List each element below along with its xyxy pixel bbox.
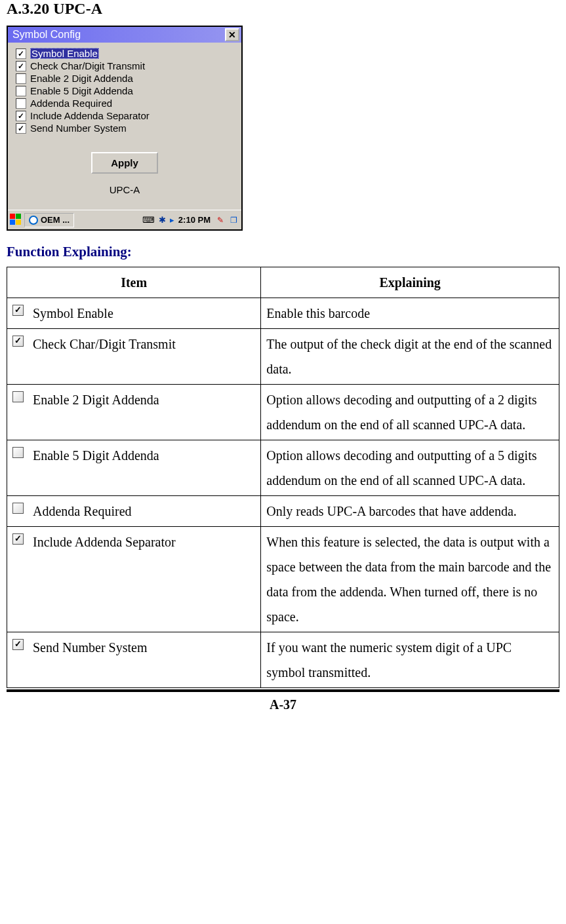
item-label: Send Number System bbox=[33, 635, 147, 660]
checkbox-icon bbox=[12, 503, 24, 514]
option-row[interactable]: Enable 2 Digit Addenda bbox=[16, 73, 233, 84]
item-cell: Enable 5 Digit Addenda bbox=[7, 440, 261, 496]
taskbar-task-button[interactable]: OEM ... bbox=[24, 213, 74, 227]
tray-arrow-icon[interactable]: ▸ bbox=[170, 215, 174, 225]
table-row: ✓Symbol EnableEnable this barcode bbox=[7, 298, 559, 329]
item-label: Check Char/Digit Transmit bbox=[33, 332, 176, 356]
window-body: ✓Symbol Enable✓Check Char/Digit Transmit… bbox=[8, 43, 241, 210]
explain-cell: The output of the check digit at the end… bbox=[261, 329, 559, 385]
symbol-config-window: Symbol Config ✕ ✓Symbol Enable✓Check Cha… bbox=[8, 27, 241, 229]
option-row[interactable]: ✓Check Char/Digit Transmit bbox=[16, 60, 233, 71]
tray-desktop-icon[interactable]: ❐ bbox=[228, 214, 239, 226]
tray-notes-icon[interactable]: ✎ bbox=[214, 214, 226, 226]
checkbox-icon: ✓ bbox=[12, 305, 24, 316]
checkbox-icon[interactable] bbox=[16, 86, 26, 96]
function-explain-table: Item Explaining ✓Symbol EnableEnable thi… bbox=[7, 267, 559, 688]
checkbox-icon bbox=[12, 391, 24, 402]
item-cell: ✓Send Number System bbox=[7, 632, 261, 688]
explain-cell: If you want the numeric system digit of … bbox=[261, 632, 559, 688]
option-label: Enable 2 Digit Addenda bbox=[30, 73, 133, 84]
table-row: ✓Include Addenda SeparatorWhen this feat… bbox=[7, 527, 559, 632]
close-button[interactable]: ✕ bbox=[225, 28, 239, 41]
item-cell: ✓Include Addenda Separator bbox=[7, 527, 261, 632]
table-header-item: Item bbox=[7, 267, 261, 298]
explain-cell: Option allows decoding and outputting of… bbox=[261, 440, 559, 496]
tray-bluetooth-icon[interactable]: ✱ bbox=[159, 215, 166, 225]
system-tray: ⌨ ✱ ▸ 2:10 PM ✎ ❐ bbox=[142, 214, 239, 226]
checkbox-icon: ✓ bbox=[12, 336, 24, 347]
option-row[interactable]: ✓Send Number System bbox=[16, 123, 233, 134]
item-label: Enable 5 Digit Addenda bbox=[33, 443, 159, 468]
close-icon: ✕ bbox=[228, 29, 236, 40]
explain-cell: Option allows decoding and outputting of… bbox=[261, 385, 559, 440]
checkbox-icon[interactable]: ✓ bbox=[16, 111, 26, 121]
tray-keyboard-icon[interactable]: ⌨ bbox=[142, 215, 155, 225]
item-cell: ✓Check Char/Digit Transmit bbox=[7, 329, 261, 385]
checkbox-icon[interactable]: ✓ bbox=[16, 123, 26, 134]
table-row: Enable 2 Digit AddendaOption allows deco… bbox=[7, 385, 559, 440]
item-cell: Enable 2 Digit Addenda bbox=[7, 385, 261, 440]
item-label: Symbol Enable bbox=[33, 301, 113, 326]
option-label: Send Number System bbox=[30, 123, 127, 134]
window-title: Symbol Config bbox=[10, 29, 81, 41]
window-status-label: UPC-A bbox=[16, 180, 233, 207]
start-icon[interactable] bbox=[10, 214, 23, 227]
window-titlebar: Symbol Config ✕ bbox=[8, 27, 241, 43]
checkbox-icon[interactable]: ✓ bbox=[16, 61, 26, 71]
explain-cell: Enable this barcode bbox=[261, 298, 559, 329]
apply-button[interactable]: Apply bbox=[91, 152, 158, 174]
option-row[interactable]: Enable 5 Digit Addenda bbox=[16, 85, 233, 96]
option-row[interactable]: Addenda Required bbox=[16, 98, 233, 109]
checkbox-icon bbox=[12, 447, 24, 458]
option-label: Enable 5 Digit Addenda bbox=[30, 85, 133, 96]
item-label: Enable 2 Digit Addenda bbox=[33, 387, 159, 412]
checkbox-icon: ✓ bbox=[12, 639, 24, 650]
checkbox-icon[interactable]: ✓ bbox=[16, 48, 26, 59]
table-row: ✓Send Number SystemIf you want the numer… bbox=[7, 632, 559, 688]
checkbox-icon[interactable] bbox=[16, 98, 26, 109]
item-label: Include Addenda Separator bbox=[33, 529, 176, 554]
option-row[interactable]: ✓Include Addenda Separator bbox=[16, 110, 233, 121]
table-header-explaining: Explaining bbox=[261, 267, 559, 298]
option-label: Check Char/Digit Transmit bbox=[30, 60, 145, 71]
option-row[interactable]: ✓Symbol Enable bbox=[16, 48, 233, 59]
tray-clock[interactable]: 2:10 PM bbox=[178, 215, 211, 225]
explain-cell: Only reads UPC-A barcodes that have adde… bbox=[261, 496, 559, 527]
taskbar: OEM ... ⌨ ✱ ▸ 2:10 PM ✎ ❐ bbox=[8, 210, 241, 229]
checkbox-icon: ✓ bbox=[12, 533, 24, 545]
option-label: Include Addenda Separator bbox=[30, 110, 150, 121]
taskbar-task-label: OEM ... bbox=[41, 215, 70, 225]
option-label: Symbol Enable bbox=[30, 48, 99, 59]
table-row: ✓Check Char/Digit TransmitThe output of … bbox=[7, 329, 559, 385]
symbol-config-screenshot: Symbol Config ✕ ✓Symbol Enable✓Check Cha… bbox=[7, 26, 243, 231]
explain-cell: When this feature is selected, the data … bbox=[261, 527, 559, 632]
table-row: Enable 5 Digit AddendaOption allows deco… bbox=[7, 440, 559, 496]
table-row: Addenda RequiredOnly reads UPC-A barcode… bbox=[7, 496, 559, 527]
checkbox-icon[interactable] bbox=[16, 73, 26, 84]
oem-icon bbox=[29, 216, 38, 225]
section-heading: A.3.20 UPC-A bbox=[7, 0, 559, 18]
function-explaining-heading: Function Explaining: bbox=[7, 244, 559, 260]
option-label: Addenda Required bbox=[30, 98, 112, 109]
item-cell: ✓Symbol Enable bbox=[7, 298, 261, 329]
page-number: A-37 bbox=[7, 689, 559, 712]
item-label: Addenda Required bbox=[33, 499, 132, 524]
item-cell: Addenda Required bbox=[7, 496, 261, 527]
